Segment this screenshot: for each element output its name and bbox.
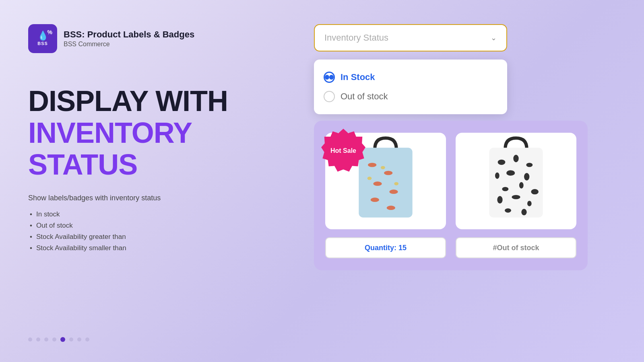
- app-name: BSS: Product Labels & Badges: [64, 29, 194, 40]
- svg-point-13: [526, 163, 533, 167]
- product-card-1: Hot Sale: [325, 133, 446, 229]
- svg-point-5: [371, 197, 379, 202]
- bss-label: BSS: [37, 41, 48, 46]
- svg-point-20: [497, 196, 502, 204]
- hot-sale-label: Hot Sale: [330, 147, 356, 154]
- svg-point-7: [381, 166, 385, 169]
- app-vendor: BSS Commerce: [64, 41, 194, 48]
- svg-point-6: [387, 206, 395, 210]
- dot-8[interactable]: [85, 337, 89, 341]
- svg-point-8: [367, 177, 372, 180]
- dot-3[interactable]: [44, 337, 48, 341]
- dot-1[interactable]: [28, 337, 32, 341]
- svg-point-23: [505, 208, 511, 213]
- svg-point-3: [373, 181, 382, 186]
- svg-point-17: [502, 187, 508, 191]
- feature-item: Out of stock: [28, 220, 246, 231]
- left-panel: % 💧 BSS BSS: Product Labels & Badges BSS…: [0, 0, 274, 362]
- radio-label-in-stock: In Stock: [341, 72, 375, 82]
- svg-point-11: [498, 160, 506, 165]
- product-label-out-of-stock: #Out of stock: [456, 237, 576, 258]
- tote-bag-2-image: [456, 133, 576, 229]
- dropdown-container: Inventory Status ⌄: [314, 24, 507, 51]
- svg-point-15: [506, 170, 515, 175]
- main-heading: DISPLAY WITH INVENTORY STATUS: [28, 85, 246, 181]
- svg-point-24: [521, 209, 526, 215]
- dropdown-placeholder: Inventory Status: [324, 33, 388, 43]
- app-logo-icon: % 💧 BSS: [28, 24, 57, 53]
- description-text: Show labels/badges with inventory status: [28, 194, 246, 202]
- logo-area: % 💧 BSS BSS: Product Labels & Badges BSS…: [28, 24, 246, 53]
- chevron-down-icon: ⌄: [491, 33, 497, 42]
- radio-label-out-of-stock: Out of stock: [341, 91, 388, 102]
- svg-point-21: [512, 195, 520, 200]
- heading-line3: STATUS: [28, 149, 246, 181]
- svg-point-18: [519, 182, 524, 189]
- heading-line2: INVENTORY: [28, 117, 246, 149]
- percent-icon: %: [47, 29, 52, 35]
- feature-item: In stock: [28, 209, 246, 220]
- dropdown-options-panel: In Stock Out of stock: [314, 60, 507, 114]
- svg-rect-0: [359, 148, 412, 217]
- svg-point-16: [524, 173, 529, 181]
- heading-line1: DISPLAY WITH: [28, 85, 246, 117]
- drop-icon: 💧: [37, 31, 48, 40]
- svg-point-22: [527, 201, 532, 206]
- radio-circle-selected[interactable]: [324, 72, 335, 83]
- product-card-2: [456, 133, 576, 229]
- pagination-dots: [28, 337, 89, 342]
- svg-point-1: [368, 163, 376, 167]
- radio-option-in-stock[interactable]: In Stock: [324, 68, 497, 87]
- feature-item: Stock Availability smaller than: [28, 243, 246, 254]
- inventory-status-dropdown[interactable]: Inventory Status ⌄: [314, 24, 507, 51]
- dot-2[interactable]: [36, 337, 40, 341]
- svg-point-19: [531, 189, 539, 194]
- svg-point-2: [384, 171, 392, 175]
- product-cards-row: Hot Sale: [325, 133, 576, 229]
- right-panel: Inventory Status ⌄ In Stock Out of stock: [282, 0, 644, 362]
- logo-info: BSS: Product Labels & Badges BSS Commerc…: [64, 29, 194, 48]
- feature-list: In stock Out of stock Stock Availability…: [28, 209, 246, 254]
- dot-7[interactable]: [77, 337, 81, 341]
- feature-item: Stock Availability greater than: [28, 231, 246, 243]
- product-labels-row: Quantity: 15 #Out of stock: [325, 237, 576, 258]
- dot-6[interactable]: [69, 337, 73, 341]
- svg-point-4: [389, 189, 398, 194]
- dot-5-active[interactable]: [60, 337, 65, 342]
- svg-point-9: [394, 182, 398, 185]
- product-label-quantity: Quantity: 15: [325, 237, 446, 258]
- radio-circle-unselected[interactable]: [324, 91, 335, 102]
- product-showcase-panel: Hot Sale: [314, 121, 588, 270]
- radio-option-out-of-stock[interactable]: Out of stock: [324, 87, 497, 106]
- svg-point-12: [513, 155, 518, 162]
- dot-4[interactable]: [52, 337, 56, 341]
- svg-point-14: [495, 173, 500, 179]
- hot-sale-badge: Hot Sale: [321, 129, 365, 173]
